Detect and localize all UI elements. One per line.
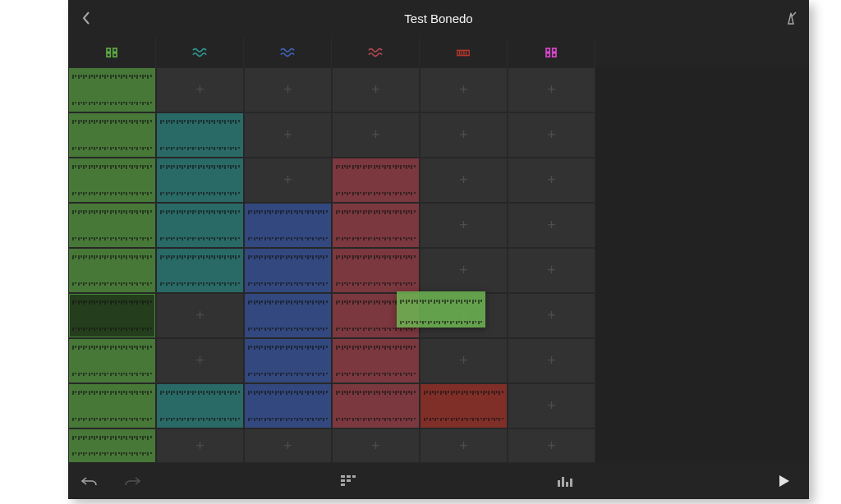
empty-clip-slot[interactable] — [156, 293, 244, 338]
svg-rect-13 — [553, 53, 556, 57]
svg-rect-19 — [341, 483, 345, 486]
clip-cell[interactable] — [68, 67, 156, 112]
clip-cell[interactable] — [156, 248, 244, 293]
mixer-view-button[interactable] — [544, 463, 586, 499]
empty-clip-slot[interactable] — [420, 67, 508, 112]
svg-rect-12 — [546, 53, 549, 57]
empty-clip-slot[interactable] — [508, 112, 595, 158]
svg-rect-17 — [341, 479, 345, 482]
empty-clip-slot[interactable] — [508, 383, 595, 428]
svg-line-0 — [792, 12, 796, 16]
clip-cell[interactable] — [68, 112, 156, 158]
track-header[interactable] — [244, 38, 332, 67]
empty-clip-slot[interactable] — [508, 203, 595, 248]
clip-cell[interactable] — [244, 203, 332, 248]
svg-rect-23 — [570, 479, 572, 487]
empty-clip-slot[interactable] — [508, 293, 595, 338]
empty-clip-slot[interactable] — [244, 428, 332, 463]
empty-clip-slot[interactable] — [420, 248, 508, 293]
clip-cell[interactable] — [332, 338, 420, 383]
svg-rect-18 — [347, 479, 351, 482]
redo-button[interactable] — [111, 463, 154, 499]
clip-cell[interactable] — [332, 158, 420, 203]
clip-cell[interactable] — [244, 248, 332, 293]
empty-clip-slot[interactable] — [420, 338, 508, 383]
clip-cell[interactable] — [332, 383, 420, 428]
svg-rect-14 — [341, 475, 345, 478]
svg-rect-16 — [352, 475, 356, 478]
svg-marker-24 — [779, 475, 789, 487]
svg-rect-10 — [546, 48, 549, 52]
track-header[interactable] — [332, 38, 420, 67]
empty-clip-slot[interactable] — [332, 112, 420, 158]
track-header[interactable] — [68, 38, 156, 67]
track-header[interactable] — [420, 38, 508, 67]
svg-rect-21 — [562, 477, 564, 487]
metronome-button[interactable] — [773, 0, 809, 36]
empty-clip-slot[interactable] — [420, 158, 508, 203]
svg-rect-15 — [347, 475, 351, 478]
top-bar: Test Bonedo — [68, 0, 809, 36]
clip-cell[interactable] — [244, 383, 332, 428]
undo-button[interactable] — [68, 463, 111, 499]
clip-cell[interactable] — [68, 158, 156, 203]
empty-clip-slot[interactable] — [156, 67, 244, 112]
empty-clip-slot[interactable] — [420, 203, 508, 248]
svg-rect-20 — [558, 480, 560, 487]
empty-clip-slot[interactable] — [420, 112, 508, 158]
project-title: Test Bonedo — [68, 0, 809, 36]
empty-clip-slot[interactable] — [244, 67, 332, 112]
empty-clip-slot[interactable] — [508, 67, 595, 112]
empty-clip-slot[interactable] — [508, 338, 595, 383]
empty-clip-slot[interactable] — [508, 428, 595, 463]
svg-rect-1 — [107, 48, 110, 52]
empty-clip-slot[interactable] — [420, 293, 508, 338]
clip-cell[interactable] — [68, 383, 156, 428]
clip-cell[interactable] — [68, 293, 156, 338]
track-header[interactable] — [156, 38, 244, 67]
empty-clip-slot[interactable] — [156, 338, 244, 383]
clip-cell[interactable] — [332, 248, 420, 293]
svg-rect-3 — [107, 53, 110, 57]
clip-cell[interactable] — [244, 338, 332, 383]
clip-cell[interactable] — [156, 112, 244, 158]
play-button[interactable] — [760, 463, 809, 499]
clip-cell[interactable] — [68, 248, 156, 293]
clip-cell[interactable] — [156, 158, 244, 203]
bottom-bar — [68, 463, 809, 499]
empty-clip-slot[interactable] — [332, 428, 420, 463]
empty-clip-slot[interactable] — [420, 428, 508, 463]
svg-rect-4 — [113, 53, 117, 57]
empty-clip-slot[interactable] — [244, 158, 332, 203]
clip-cell[interactable] — [420, 383, 508, 428]
back-button[interactable] — [68, 0, 104, 36]
empty-clip-slot[interactable] — [508, 158, 595, 203]
clip-cell[interactable] — [332, 293, 420, 338]
clip-cell[interactable] — [68, 203, 156, 248]
svg-rect-11 — [553, 48, 556, 52]
clip-cell[interactable] — [68, 338, 156, 383]
empty-clip-slot[interactable] — [156, 428, 244, 463]
svg-rect-2 — [113, 48, 117, 52]
clip-cell[interactable] — [332, 203, 420, 248]
empty-clip-slot[interactable] — [508, 248, 595, 293]
svg-rect-22 — [566, 482, 568, 487]
empty-clip-slot[interactable] — [332, 67, 420, 112]
app-frame: Test Bonedo + — [68, 0, 809, 499]
session-view-button[interactable] — [327, 463, 370, 499]
clip-cell[interactable] — [156, 203, 244, 248]
clip-cell[interactable] — [156, 383, 244, 428]
clip-cell[interactable] — [68, 428, 156, 463]
clip-cell[interactable] — [244, 293, 332, 338]
empty-clip-slot[interactable] — [244, 112, 332, 158]
session-grid-area: + — [68, 38, 809, 463]
track-header[interactable] — [508, 38, 595, 67]
track-header-row: + — [68, 38, 809, 67]
clip-grid[interactable] — [68, 67, 809, 463]
